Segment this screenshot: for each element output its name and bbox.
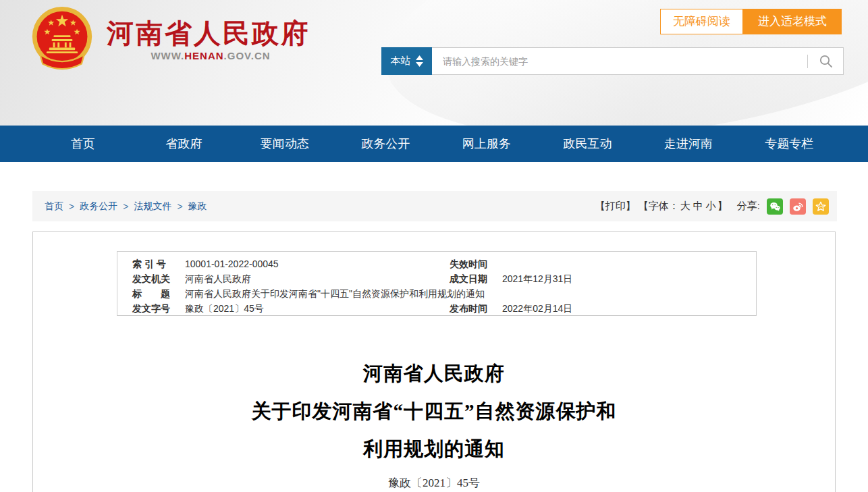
nav-item-about-henan[interactable]: 走进河南 (638, 126, 739, 162)
meta-value-title: 河南省人民政府关于印发河南省"十四五"自然资源保护和利用规划的通知 (185, 286, 756, 301)
search-scope-label: 本站 (391, 55, 411, 67)
meta-row-issuer: 发文机关 河南省人民政府 成文日期 2021年12月31日 (117, 271, 756, 286)
main-nav: 首页 省政府 要闻动态 政务公开 网上服务 政民互动 走进河南 专题专栏 (0, 126, 868, 162)
meta-label-publish-date: 发布时间 (450, 301, 502, 316)
breadcrumb-yuzheng[interactable]: 豫政 (188, 200, 207, 213)
weibo-icon (792, 200, 804, 213)
search-input[interactable] (432, 48, 843, 74)
site-header: 河南省人民政府 WWW.HENAN.GOV.CN 无障碍阅读 进入适老模式 本站 (0, 0, 868, 126)
meta-value-publish-date: 2022年02月14日 (502, 301, 756, 316)
wechat-icon (769, 200, 781, 213)
meta-label-title: 标 题 (132, 286, 185, 301)
font-size-large-button[interactable]: 大 (680, 200, 690, 211)
print-button[interactable]: 【打印】 (595, 200, 636, 213)
share-label: 分享: (737, 200, 760, 213)
meta-label-index-number: 索 引 号 (132, 256, 185, 271)
site-url-henan: HENAN (184, 50, 223, 61)
search-input-wrap (432, 47, 844, 75)
breadcrumb: 首页 > 政务公开 > 法规文件 > 豫政 (45, 200, 207, 213)
breadcrumb-separator: > (69, 201, 74, 212)
nav-item-gov-affairs[interactable]: 政务公开 (335, 126, 437, 162)
meta-label-issuing-agency: 发文机关 (132, 271, 185, 286)
document-title-line2: 关于印发河南省“十四五”自然资源保护和 (33, 392, 835, 430)
breadcrumb-regulations[interactable]: 法规文件 (134, 200, 171, 213)
page: 河南省人民政府 WWW.HENAN.GOV.CN 无障碍阅读 进入适老模式 本站 (0, 0, 868, 492)
search-scope-select[interactable]: 本站 (381, 47, 432, 75)
breadcrumb-separator: > (123, 201, 128, 212)
font-size-small-button[interactable]: 小 (706, 200, 716, 211)
meta-value-index-number: 10001-01-2022-00045 (185, 256, 450, 271)
meta-label-doc-number: 发文字号 (132, 301, 185, 316)
site-url: WWW.HENAN.GOV.CN (107, 50, 315, 61)
document-card: 索 引 号 10001-01-2022-00045 失效时间 发文机关 河南省人… (32, 231, 836, 492)
breadcrumb-gov-affairs[interactable]: 政务公开 (80, 200, 117, 213)
font-size-group: 【字体：大中小】 (639, 200, 728, 213)
elder-mode-button[interactable]: 进入适老模式 (743, 9, 842, 34)
font-size-medium-button[interactable]: 中 (693, 200, 703, 211)
meta-label-expiry-date: 失效时间 (450, 256, 502, 271)
search-divider (807, 55, 808, 68)
meta-row-index: 索 引 号 10001-01-2022-00045 失效时间 (117, 256, 756, 271)
nav-item-news[interactable]: 要闻动态 (234, 126, 335, 162)
breadcrumb-home[interactable]: 首页 (45, 200, 63, 213)
search-bar: 本站 (381, 47, 844, 75)
breadcrumb-toolbar-row: 首页 > 政务公开 > 法规文件 > 豫政 【打印】 【字体：大中小】 分享: (32, 191, 837, 221)
meta-value-issuing-agency: 河南省人民政府 (185, 271, 450, 286)
meta-row-title: 标 题 河南省人民政府关于印发河南省"十四五"自然资源保护和利用规划的通知 (117, 286, 756, 301)
meta-value-doc-number: 豫政〔2021〕45号 (185, 301, 450, 316)
star-icon (815, 200, 827, 213)
updown-arrows-icon (416, 55, 423, 67)
document-title: 河南省人民政府 关于印发河南省“十四五”自然资源保护和 利用规划的通知 (33, 354, 835, 468)
document-meta-table: 索 引 号 10001-01-2022-00045 失效时间 发文机关 河南省人… (117, 251, 757, 316)
share-weibo-button[interactable] (790, 198, 806, 215)
meta-label-written-date: 成文日期 (450, 271, 502, 286)
nav-item-interaction[interactable]: 政民互动 (537, 126, 639, 162)
document-number: 豫政〔2021〕45号 (33, 475, 835, 491)
nav-item-provincial-gov[interactable]: 省政府 (134, 126, 235, 162)
breadcrumb-separator: > (177, 201, 182, 212)
header-mode-buttons: 无障碍阅读 进入适老模式 (660, 9, 842, 34)
meta-row-doc-number: 发文字号 豫政〔2021〕45号 发布时间 2022年02月14日 (117, 301, 756, 316)
national-emblem-icon (30, 5, 94, 73)
nav-item-online-services[interactable]: 网上服务 (436, 126, 537, 162)
document-title-line1: 河南省人民政府 (33, 354, 835, 392)
nav-item-home[interactable]: 首页 (32, 126, 134, 162)
main-nav-inner: 首页 省政府 要闻动态 政务公开 网上服务 政民互动 走进河南 专题专栏 (32, 126, 840, 162)
site-url-rest: .GOV.CN (224, 50, 271, 61)
site-url-www: WWW. (151, 50, 184, 61)
share-wechat-button[interactable] (767, 198, 783, 215)
nav-item-special-topics[interactable]: 专题专栏 (739, 126, 840, 162)
font-group-suffix: 】 (717, 200, 728, 211)
meta-value-expiry-date (502, 256, 756, 271)
share-favorite-button[interactable] (813, 198, 829, 215)
site-title: 河南省人民政府 (107, 15, 310, 52)
page-toolbar: 【打印】 【字体：大中小】 分享: (595, 198, 829, 215)
document-title-line3: 利用规划的通知 (33, 430, 835, 468)
font-group-prefix: 【字体： (639, 200, 679, 211)
accessibility-reading-button[interactable]: 无障碍阅读 (660, 9, 743, 34)
meta-value-written-date: 2021年12月31日 (502, 271, 756, 286)
search-icon[interactable] (819, 54, 834, 69)
